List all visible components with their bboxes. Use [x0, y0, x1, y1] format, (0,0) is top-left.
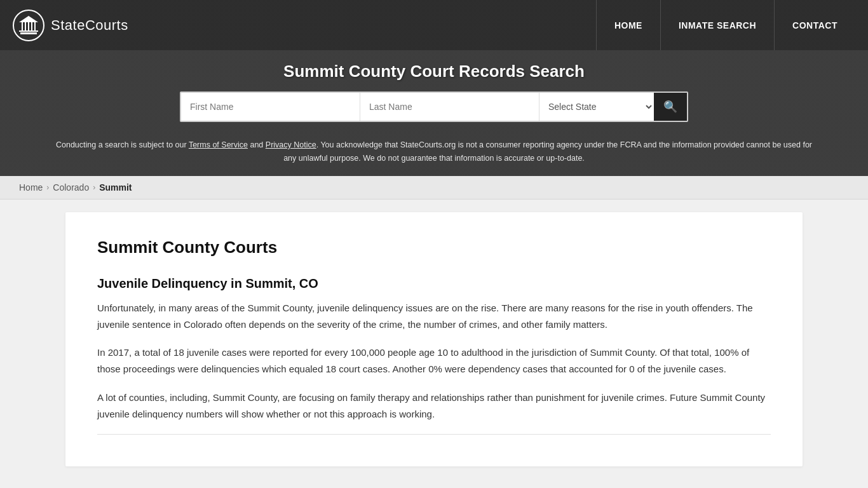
hero-content: Summit County Court Records Search Selec… [0, 50, 868, 132]
nav-home[interactable]: HOME [596, 0, 660, 50]
content-card: Summit County Courts Juvenile Delinquenc… [65, 212, 803, 467]
content-para-1: Unfortunately, in many areas of the Summ… [97, 300, 771, 334]
content-para-3: A lot of counties, including, Summit Cou… [97, 390, 771, 423]
logo-text: StateCourts [51, 17, 128, 34]
nav-inmate-search[interactable]: INMATE SEARCH [660, 0, 774, 50]
nav-links: HOME INMATE SEARCH CONTACT [596, 0, 855, 50]
disclaimer-and: and [248, 140, 266, 149]
section1-heading: Juvenile Delinquency in Summit, CO [97, 276, 771, 291]
breadcrumb: Home › Colorado › Summit [0, 176, 868, 200]
state-select[interactable]: Select State Alabama Alaska Arizona Arka… [539, 93, 654, 121]
hero-title: Summit County Court Records Search [283, 62, 585, 81]
breadcrumb-home[interactable]: Home [19, 182, 43, 193]
main-wrapper: Summit County Courts Juvenile Delinquenc… [0, 200, 868, 480]
svg-rect-3 [22, 22, 23, 30]
last-name-input[interactable] [360, 93, 539, 121]
breadcrumb-current: Summit [99, 182, 132, 193]
disclaimer-text-before: Conducting a search is subject to our [56, 140, 189, 149]
svg-rect-6 [31, 22, 32, 30]
content-para-2: In 2017, a total of 18 juvenile cases we… [97, 344, 771, 378]
breadcrumb-state[interactable]: Colorado [53, 182, 89, 193]
terms-link[interactable]: Terms of Service [189, 140, 248, 149]
svg-rect-2 [19, 30, 38, 32]
privacy-link[interactable]: Privacy Notice [266, 140, 316, 149]
section-divider [97, 434, 771, 435]
logo-icon [13, 10, 44, 41]
svg-rect-7 [34, 22, 36, 30]
svg-rect-5 [28, 22, 29, 30]
svg-rect-4 [25, 22, 26, 30]
page-heading: Summit County Courts [97, 238, 771, 257]
first-name-input[interactable] [181, 93, 360, 121]
search-form: Select State Alabama Alaska Arizona Arka… [180, 92, 688, 122]
svg-rect-1 [20, 32, 37, 34]
search-button[interactable]: 🔍 [654, 93, 687, 121]
svg-marker-8 [19, 16, 38, 22]
breadcrumb-sep-2: › [93, 183, 95, 192]
logo-link[interactable]: StateCourts [13, 10, 128, 41]
nav-bar: StateCourts HOME INMATE SEARCH CONTACT [0, 0, 868, 50]
nav-contact[interactable]: CONTACT [774, 0, 855, 50]
breadcrumb-sep-1: › [46, 183, 49, 192]
disclaimer: Conducting a search is subject to our Te… [0, 132, 868, 176]
hero-section: StateCourts HOME INMATE SEARCH CONTACT S… [0, 0, 868, 176]
disclaimer-text-after: . You acknowledge that StateCourts.org i… [283, 140, 812, 163]
search-icon: 🔍 [663, 100, 677, 114]
